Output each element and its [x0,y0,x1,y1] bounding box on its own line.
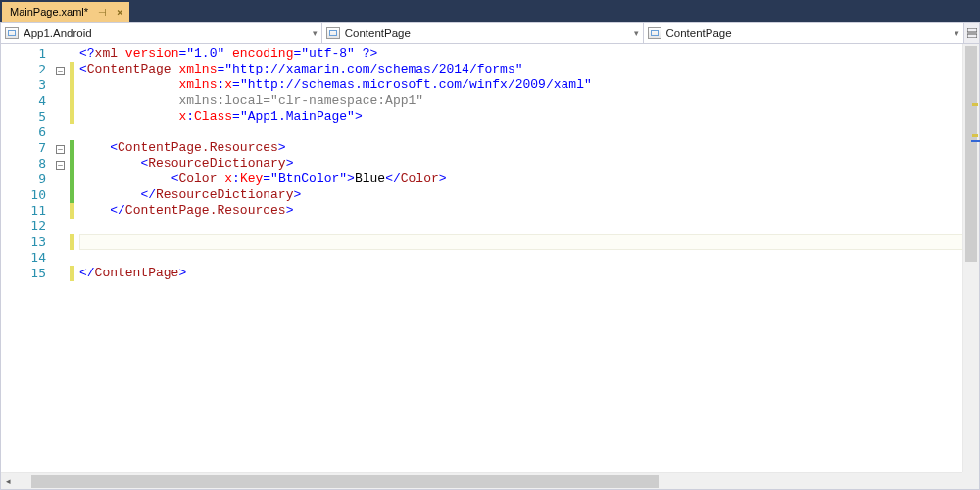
chevron-down-icon: ▾ [634,28,639,38]
project-dropdown[interactable]: App1.Android ▾ [1,23,322,43]
overview-mark [972,134,978,137]
code-area[interactable]: <?xml version="1.0" encoding="utf-8" ?><… [75,44,979,489]
code-line[interactable] [79,219,979,234]
code-line[interactable]: <ContentPage.Resources> [79,140,979,156]
tab-dirty-marker: * [84,6,88,18]
code-line[interactable] [79,124,979,140]
overview-mark [972,103,978,106]
tab-title: MainPage.xaml [10,6,84,18]
type-dropdown[interactable]: ContentPage ▾ [321,23,644,43]
fold-toggle[interactable]: − [56,145,65,154]
scrollbar-thumb[interactable] [31,475,659,488]
vertical-scrollbar[interactable] [962,44,979,472]
scrollbar-corner [962,472,979,489]
code-line[interactable]: </ContentPage.Resources> [79,203,979,219]
code-line[interactable]: <ContentPage xmlns="http://xamarin.com/s… [79,62,979,77]
project-icon [5,27,19,39]
svg-rect-0 [967,28,977,32]
navigation-bar: App1.Android ▾ ContentPage ▾ ContentPage… [0,22,980,44]
fold-gutter[interactable]: −−− [56,44,70,489]
code-editor[interactable]: 123456789101112131415 −−− <?xml version=… [0,44,980,490]
overview-caret-mark [971,140,980,142]
member-dropdown-label: ContentPage [666,27,732,39]
code-line[interactable] [79,234,979,250]
chevron-down-icon: ▾ [955,28,959,38]
type-icon [326,27,340,39]
member-dropdown[interactable]: ContentPage ▾ [643,23,965,43]
fold-toggle[interactable]: − [56,67,65,75]
type-dropdown-label: ContentPage [345,27,411,39]
svg-rect-1 [967,34,977,38]
fold-toggle[interactable]: − [56,161,65,170]
code-line[interactable]: xmlns:x="http://schemas.microsoft.com/wi… [79,77,979,93]
split-view-button[interactable] [963,23,979,43]
code-line[interactable]: </ContentPage> [79,266,979,281]
code-line[interactable]: xmlns:local="clr-namespace:App1" [79,93,979,109]
chevron-down-icon: ▾ [313,28,318,38]
document-tab-mainpage[interactable]: MainPage.xaml* ⊣ × [2,2,129,22]
close-icon[interactable]: × [117,6,123,19]
scroll-left-arrow-icon[interactable]: ◂ [1,476,16,486]
code-line[interactable]: </ResourceDictionary> [79,187,979,203]
code-line[interactable]: x:Class="App1.MainPage"> [79,109,979,124]
scrollbar-thumb[interactable] [965,46,977,262]
pin-icon[interactable]: ⊣ [98,7,107,18]
code-line[interactable]: <ResourceDictionary> [79,156,979,172]
line-number-gutter: 123456789101112131415 [1,44,56,489]
code-line[interactable] [79,250,979,266]
project-dropdown-label: App1.Android [24,27,92,39]
horizontal-scrollbar[interactable]: ◂ [1,472,962,489]
document-tab-strip: MainPage.xaml* ⊣ × [0,0,980,22]
member-icon [648,27,662,39]
code-line[interactable]: <?xml version="1.0" encoding="utf-8" ?> [79,46,979,62]
code-line[interactable]: <Color x:Key="BtnColor">Blue</Color> [79,172,979,187]
